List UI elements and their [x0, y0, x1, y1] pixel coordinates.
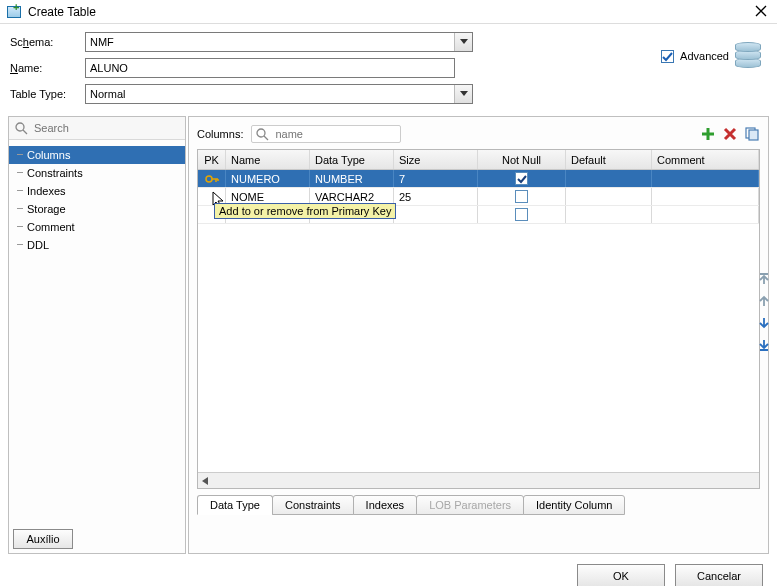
cancel-button-label: Cancelar [697, 570, 741, 582]
grid-header: PK Name Data Type Size Not Null Default … [198, 150, 759, 170]
arrow-up-icon [757, 294, 771, 308]
ok-button[interactable]: OK [577, 564, 665, 586]
subtab-constraints[interactable]: Constraints [272, 495, 354, 515]
move-top-button[interactable] [755, 270, 773, 288]
cell-notnull[interactable] [478, 188, 566, 205]
title-bar: + Create Table [0, 0, 777, 24]
scroll-left-icon [200, 475, 211, 486]
arrow-bottom-icon [757, 338, 771, 352]
database-icon [735, 42, 761, 70]
check-icon [662, 51, 673, 62]
delete-column-button[interactable] [722, 126, 738, 142]
chevron-down-icon [454, 33, 472, 51]
name-value: ALUNO [90, 62, 128, 74]
tree-item-ddl[interactable]: DDL [9, 236, 185, 254]
columns-search-input[interactable] [273, 127, 383, 141]
columns-header-label: Columns: [197, 128, 243, 140]
advanced-checkbox[interactable] [661, 50, 674, 63]
cell-size[interactable]: 25 [394, 188, 478, 205]
cell-default[interactable] [566, 188, 652, 205]
search-icon [256, 128, 269, 141]
move-up-button[interactable] [755, 292, 773, 310]
header-pk[interactable]: PK [198, 150, 226, 169]
table-type-value: Normal [90, 88, 125, 100]
close-button[interactable] [751, 3, 771, 21]
tree-item-constraints[interactable]: Constraints [9, 164, 185, 182]
tree-search-input[interactable] [32, 121, 179, 135]
columns-grid: PK Name Data Type Size Not Null Default … [197, 149, 760, 489]
svg-rect-3 [749, 130, 758, 140]
category-tree-panel: ColumnsConstraintsIndexesStorageCommentD… [8, 116, 186, 554]
help-button-label: Auxílio [26, 533, 59, 545]
name-input[interactable]: ALUNO [85, 58, 455, 78]
cell-default[interactable] [566, 170, 652, 187]
arrow-down-icon [757, 316, 771, 330]
pk-tooltip: Add to or remove from Primary Key [214, 203, 396, 219]
header-comment[interactable]: Comment [652, 150, 759, 169]
plus-icon [701, 127, 715, 141]
tree-item-comment[interactable]: Comment [9, 218, 185, 236]
columns-panel: Columns: PK Name Data Typ [188, 116, 769, 554]
svg-point-1 [257, 129, 265, 137]
cell-default[interactable] [566, 206, 652, 223]
cell-notnull[interactable] [478, 206, 566, 223]
schema-value: NMF [90, 36, 114, 48]
cell-comment[interactable] [652, 206, 759, 223]
schema-label: Schema: [10, 36, 85, 48]
ok-button-label: OK [613, 570, 629, 582]
sub-tabs: Data TypeConstraintsIndexesLOB Parameter… [189, 489, 768, 515]
add-column-button[interactable] [700, 126, 716, 142]
cell-pk[interactable] [198, 170, 226, 187]
cell-size[interactable] [394, 206, 478, 223]
search-icon [15, 122, 28, 135]
advanced-label: Advanced [680, 50, 729, 62]
move-down-button[interactable] [755, 314, 773, 332]
subtab-data-type[interactable]: Data Type [197, 495, 273, 515]
name-label: Name: [10, 62, 85, 74]
header-name[interactable]: Name [226, 150, 310, 169]
cell-comment[interactable] [652, 188, 759, 205]
grid-horizontal-scrollbar[interactable] [198, 472, 759, 488]
chevron-down-icon [454, 85, 472, 103]
cell-comment[interactable] [652, 170, 759, 187]
cell-name[interactable]: NUMERO [226, 170, 310, 187]
arrow-top-icon [757, 272, 771, 286]
copy-column-button[interactable] [744, 126, 760, 142]
subtab-indexes[interactable]: Indexes [353, 495, 418, 515]
header-type[interactable]: Data Type [310, 150, 394, 169]
subtab-lob-parameters: LOB Parameters [416, 495, 524, 515]
table-row[interactable]: NUMERONUMBER7 [198, 170, 759, 188]
columns-search[interactable] [251, 125, 401, 143]
table-type-dropdown[interactable]: Normal [85, 84, 473, 104]
cell-notnull[interactable] [478, 170, 566, 187]
category-tree: ColumnsConstraintsIndexesStorageCommentD… [9, 140, 185, 260]
cancel-button[interactable]: Cancelar [675, 564, 763, 586]
svg-point-0 [16, 123, 24, 131]
primary-key-icon [205, 172, 219, 186]
help-button[interactable]: Auxílio [13, 529, 73, 549]
move-bottom-button[interactable] [755, 336, 773, 354]
delete-icon [723, 127, 737, 141]
header-size[interactable]: Size [394, 150, 478, 169]
cell-type[interactable]: NUMBER [310, 170, 394, 187]
header-default[interactable]: Default [566, 150, 652, 169]
cell-size[interactable]: 7 [394, 170, 478, 187]
tree-item-columns[interactable]: Columns [9, 146, 185, 164]
schema-dropdown[interactable]: NMF [85, 32, 473, 52]
copy-icon [745, 127, 759, 141]
header-notnull[interactable]: Not Null [478, 150, 566, 169]
table-type-label: Table Type: [10, 88, 85, 100]
tree-item-indexes[interactable]: Indexes [9, 182, 185, 200]
window-title: Create Table [28, 5, 751, 19]
create-table-icon: + [6, 4, 22, 20]
close-icon [755, 5, 767, 17]
tree-item-storage[interactable]: Storage [9, 200, 185, 218]
svg-point-4 [206, 176, 212, 182]
subtab-identity-column[interactable]: Identity Column [523, 495, 625, 515]
